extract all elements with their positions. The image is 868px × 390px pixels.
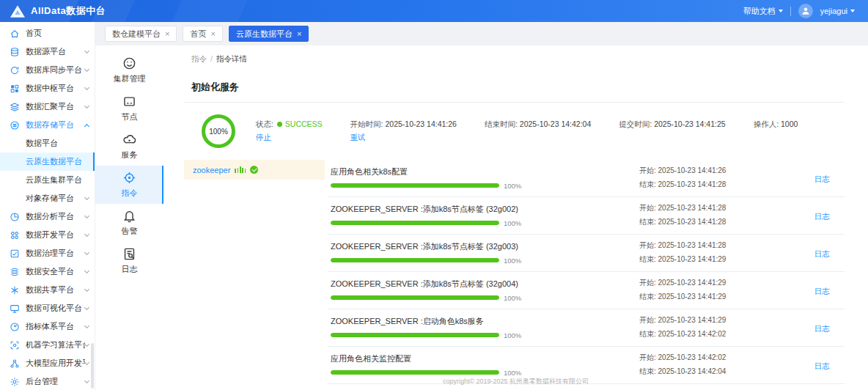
field-value: 2025-10-23 14:41:25 xyxy=(654,119,726,128)
log-icon xyxy=(122,247,136,261)
divider xyxy=(184,102,845,103)
success-check-icon xyxy=(250,166,258,174)
field-value: 1000 xyxy=(781,119,798,128)
sidebar-item-data-storage[interactable]: 数据存储平台 xyxy=(0,116,95,134)
sidebar-item-metrics[interactable]: 指标体系平台 xyxy=(0,317,95,336)
rail-item-label: 服务 xyxy=(122,150,138,161)
node-icon xyxy=(122,95,136,108)
sidebar-item-llm-dev[interactable]: 大模型应用开发平台 xyxy=(0,354,95,372)
task-end-label: 结束: xyxy=(639,218,656,226)
breadcrumb-parent[interactable]: 指令 xyxy=(191,54,207,63)
chevron-down-icon xyxy=(84,342,89,347)
sidebar-item-data-aggregation[interactable]: 数据汇聚平台 xyxy=(0,98,95,116)
tab-close-icon[interactable]: × xyxy=(210,29,215,38)
page-title: 初始化服务 xyxy=(191,81,845,94)
sidebar-item-data-dev[interactable]: 数据开发平台 xyxy=(0,226,95,244)
sidebar-item-label: 数据分析平台 xyxy=(26,211,85,222)
tab-close-icon[interactable]: × xyxy=(297,29,301,38)
log-link[interactable]: 日志 xyxy=(814,249,830,260)
rail-item-label: 告警 xyxy=(122,226,138,237)
task-list: 应用角色相关k8s配置 100% 开始: 2025-10-23 14:41:26… xyxy=(328,160,845,390)
sidebar-item-label: 机器学习算法平台 xyxy=(26,339,85,350)
task-title: 应用角色相关k8s配置 xyxy=(331,166,639,177)
sidebar-item-label: 云原生集群平台 xyxy=(26,174,89,185)
status-value: SUCCESS xyxy=(285,119,323,128)
log-link[interactable]: 日志 xyxy=(814,361,830,372)
user-menu[interactable]: yejiagui xyxy=(820,7,855,15)
sidebar-scrollbar[interactable] xyxy=(91,343,94,389)
chevron-down-icon xyxy=(84,250,89,255)
task-progress-percent: 100% xyxy=(504,182,521,190)
stop-button[interactable]: 停止 xyxy=(256,131,271,144)
task-start-value: 2025-10-23 14:41:29 xyxy=(658,279,727,287)
sidebar-subitem-cloud-native-data[interactable]: 云原生数据平台 xyxy=(0,152,95,171)
task-row: ZOOKEEPER_SERVER :添加k8s节点标签 (32g003) 100… xyxy=(328,235,845,272)
sidebar-subitem-data-platform[interactable]: 数据平台 xyxy=(0,134,95,152)
task-meta: 开始: 2025-10-23 14:41:29 结束: 2025-10-23 1… xyxy=(639,314,799,341)
task-start-label: 开始: xyxy=(639,166,656,174)
task-progress-bar xyxy=(331,370,499,375)
sidebar-item-db-sync[interactable]: 数据库同步平台 xyxy=(0,61,95,79)
sidebar-subitem-cloud-native-cluster[interactable]: 云原生集群平台 xyxy=(0,171,95,189)
rail-item-command[interactable]: 指令 xyxy=(95,166,163,204)
tab-label: 数仓建模平台 xyxy=(112,29,161,40)
sidebar-item-ml[interactable]: 机器学习算法平台 xyxy=(0,336,95,354)
header-decoration xyxy=(88,0,136,22)
sidebar-item-data-governance[interactable]: 数据治理平台 xyxy=(0,244,95,262)
sidebar-item-data-viz[interactable]: 数据可视化平台 xyxy=(0,299,95,317)
tab-云原生数据平台[interactable]: 云原生数据平台 × xyxy=(229,26,309,42)
sidebar-item-home[interactable]: 首页 xyxy=(0,24,95,43)
service-list: zookeeper xyxy=(184,160,325,180)
task-progress-bar xyxy=(331,221,499,225)
help-docs-menu[interactable]: 帮助文档 xyxy=(743,6,783,17)
chevron-up-icon xyxy=(84,123,89,128)
main-panel: 指令/指令详情 初始化服务 100% 状态: SUCCESS xyxy=(163,45,868,390)
task-end-value: 2025-10-23 14:41:29 xyxy=(658,255,727,263)
rail-item-label: 日志 xyxy=(122,264,138,275)
summary-field: 操作人: 1000 xyxy=(754,118,798,144)
sidebar-item-data-analysis[interactable]: 数据分析平台 xyxy=(0,207,95,226)
rail-item-log[interactable]: 日志 xyxy=(95,242,163,280)
sidebar-item-label: 数据源平台 xyxy=(26,46,85,57)
rail-item-service[interactable]: 服务 xyxy=(95,128,163,166)
task-end-value: 2025-10-23 14:42:04 xyxy=(658,367,727,375)
rail-item-cluster[interactable]: 集群管理 xyxy=(95,51,163,89)
sidebar-item-admin[interactable]: 后台管理 xyxy=(0,372,95,390)
field-label: 结束时间: xyxy=(485,119,518,128)
log-link[interactable]: 日志 xyxy=(814,287,830,297)
task-end-value: 2025-10-23 14:41:28 xyxy=(658,218,727,226)
log-link[interactable]: 日志 xyxy=(814,212,830,222)
sidebar-item-label: 数据汇聚平台 xyxy=(26,101,85,112)
rail-item-node[interactable]: 节点 xyxy=(95,89,163,128)
task-meta: 开始: 2025-10-23 14:42:02 结束: 2025-10-23 1… xyxy=(639,351,799,378)
progress-ring: 100% xyxy=(202,114,235,148)
sidebar-item-label: 后台管理 xyxy=(26,376,85,387)
avatar[interactable] xyxy=(798,4,813,18)
chevron-down-icon xyxy=(84,103,89,108)
service-item-zookeeper[interactable]: zookeeper xyxy=(184,160,325,180)
task-meta: 开始: 2025-10-23 14:41:26 结束: 2025-10-23 1… xyxy=(639,164,799,191)
signal-bars-icon xyxy=(235,166,246,173)
task-row: ZOOKEEPER_SERVER :启动角色k8s服务 100% 开始: 202… xyxy=(328,309,845,347)
tab-数仓建模平台[interactable]: 数仓建模平台 × xyxy=(105,26,177,42)
tab-首页[interactable]: 首页 × xyxy=(183,26,222,42)
command-icon xyxy=(122,171,136,185)
status-label: 状态: xyxy=(256,119,273,128)
cluster-icon xyxy=(122,56,136,70)
sidebar-subitem-object-storage[interactable]: 对象存储平台 xyxy=(0,189,95,207)
log-link[interactable]: 日志 xyxy=(814,324,830,334)
task-title: ZOOKEEPER_SERVER :启动角色k8s服务 xyxy=(331,316,639,327)
sidebar-item-label: 数据平台 xyxy=(26,138,89,149)
sidebar-item-data-security[interactable]: 数据安全平台 xyxy=(0,262,95,281)
rail-item-alert[interactable]: 告警 xyxy=(95,204,163,242)
sidebar-item-data-share[interactable]: 数据共享平台 xyxy=(0,281,95,299)
sidebar-item-data-hub[interactable]: 数据中枢平台 xyxy=(0,79,95,98)
sidebar-item-datasource[interactable]: 数据源平台 xyxy=(0,43,95,61)
task-meta: 开始: 2025-10-23 14:41:28 结束: 2025-10-23 1… xyxy=(639,202,799,229)
tab-close-icon[interactable]: × xyxy=(165,29,169,38)
retry-button[interactable]: 重试 xyxy=(350,131,366,144)
service-name: zookeeper xyxy=(193,166,230,174)
log-link[interactable]: 日志 xyxy=(814,174,830,185)
chevron-down-icon xyxy=(84,305,89,310)
task-progress-percent: 100% xyxy=(504,331,521,339)
